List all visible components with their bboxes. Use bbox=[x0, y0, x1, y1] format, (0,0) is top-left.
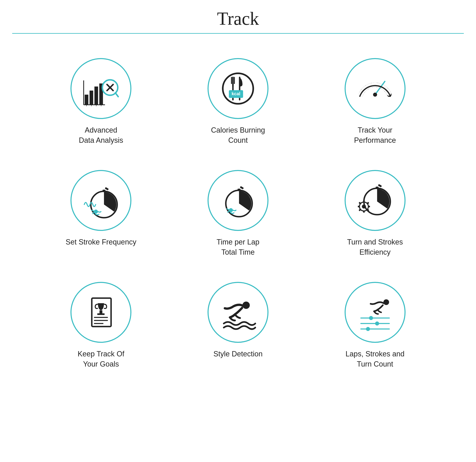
feature-icon-circle bbox=[345, 282, 406, 343]
feature-icon-circle bbox=[345, 58, 406, 119]
svg-point-38 bbox=[362, 205, 366, 209]
feature-icon-circle bbox=[70, 170, 131, 231]
feature-label: Style Detection bbox=[213, 349, 263, 359]
svg-rect-36 bbox=[378, 184, 382, 188]
feature-icon-circle bbox=[70, 282, 131, 343]
svg-rect-30 bbox=[238, 189, 240, 191]
calories-burning-count-icon: kcal bbox=[218, 68, 258, 109]
feature-time-per-lap: Time per LapTotal Time bbox=[178, 170, 298, 257]
svg-rect-25 bbox=[102, 190, 105, 192]
feature-calories-burning-count: kcal Calories BurningCount bbox=[178, 58, 298, 145]
track-your-performance-icon bbox=[355, 68, 395, 109]
page-title: Track bbox=[12, 8, 464, 29]
time-per-lap-icon bbox=[218, 180, 258, 221]
advanced-data-analysis-icon bbox=[81, 68, 121, 109]
page-header: Track bbox=[12, 0, 464, 34]
keep-track-of-your-goals-icon bbox=[81, 292, 121, 333]
svg-point-54 bbox=[383, 299, 389, 305]
svg-rect-42 bbox=[368, 206, 370, 207]
feature-keep-track-of-your-goals: Keep Track OfYour Goals bbox=[41, 282, 162, 369]
feature-label: Calories BurningCount bbox=[211, 125, 265, 145]
svg-point-60 bbox=[366, 327, 370, 331]
svg-text:kcal: kcal bbox=[232, 91, 240, 96]
feature-label: Set Stroke Frequency bbox=[66, 237, 136, 247]
svg-rect-1 bbox=[90, 91, 93, 105]
feature-icon-circle bbox=[208, 282, 268, 343]
feature-label: Turn and StrokesEfficiency bbox=[347, 237, 403, 257]
feature-advanced-data-analysis: AdvancedData Analysis bbox=[41, 58, 162, 145]
feature-label: Time per LapTotal Time bbox=[217, 237, 260, 257]
features-grid: AdvancedData Analysis kcal Calories Burn… bbox=[0, 34, 476, 394]
svg-line-11 bbox=[115, 93, 118, 97]
svg-rect-26 bbox=[105, 187, 109, 190]
feature-set-stroke-frequency: Set Stroke Frequency bbox=[41, 170, 162, 257]
feature-turn-and-strokes-efficiency: Turn and StrokesEfficiency bbox=[314, 170, 435, 257]
feature-icon-circle bbox=[345, 170, 406, 231]
feature-style-detection: Style Detection bbox=[178, 282, 298, 369]
feature-label: Laps, Strokes andTurn Count bbox=[346, 349, 405, 369]
feature-laps-strokes-turn-count: Laps, Strokes andTurn Count bbox=[314, 282, 435, 369]
svg-point-58 bbox=[375, 321, 379, 325]
style-detection-icon bbox=[218, 292, 258, 333]
svg-point-14 bbox=[223, 73, 253, 104]
feature-icon-circle: kcal bbox=[208, 58, 268, 119]
svg-point-56 bbox=[369, 316, 373, 320]
feature-track-your-performance: Track YourPerformance bbox=[314, 58, 435, 145]
laps-strokes-turn-count-icon bbox=[355, 292, 395, 333]
feature-icon-circle bbox=[70, 58, 131, 119]
svg-rect-48 bbox=[100, 310, 102, 313]
turn-and-strokes-efficiency-icon bbox=[355, 180, 395, 221]
svg-rect-41 bbox=[358, 206, 360, 207]
feature-icon-circle bbox=[208, 170, 268, 231]
svg-rect-0 bbox=[85, 95, 88, 105]
svg-point-23 bbox=[373, 93, 377, 97]
svg-rect-31 bbox=[240, 186, 244, 189]
svg-rect-35 bbox=[376, 187, 379, 189]
svg-rect-40 bbox=[363, 211, 365, 213]
svg-rect-39 bbox=[363, 200, 365, 203]
set-stroke-frequency-icon bbox=[81, 180, 121, 221]
feature-label: Track YourPerformance bbox=[354, 125, 396, 145]
feature-label: AdvancedData Analysis bbox=[79, 125, 123, 145]
feature-label: Keep Track OfYour Goals bbox=[77, 349, 124, 369]
svg-rect-2 bbox=[94, 86, 98, 105]
svg-rect-49 bbox=[97, 313, 105, 315]
